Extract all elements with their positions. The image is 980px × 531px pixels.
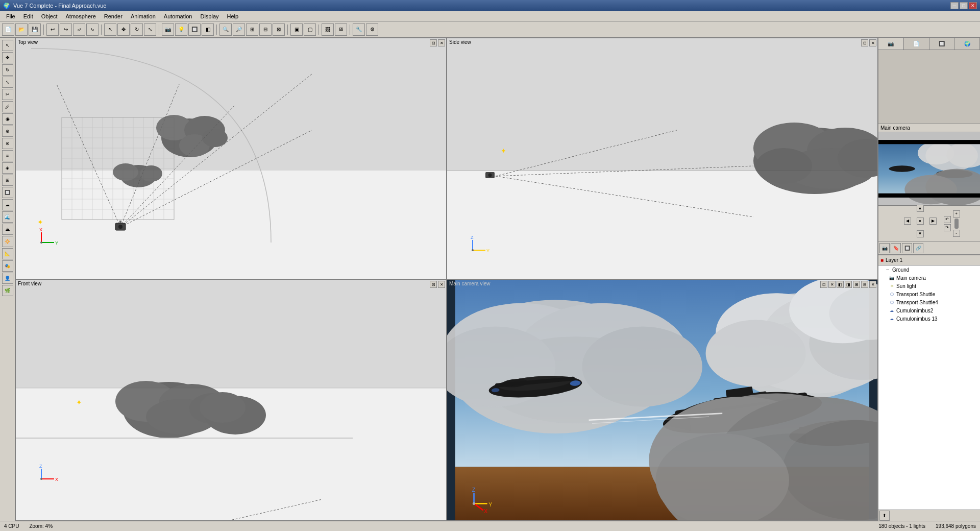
rp-tab-world[interactable]: 🌍	[954, 38, 980, 50]
rotate-btn[interactable]: ↻	[131, 23, 143, 36]
camera-btn[interactable]: 📷	[162, 23, 174, 36]
vp-camera-btn4[interactable]: ◨	[845, 281, 852, 288]
left-select-btn[interactable]: ↖	[2, 40, 13, 51]
left-btn3[interactable]: ↻	[2, 64, 13, 76]
left-btn15[interactable]: 🌊	[2, 211, 13, 223]
left-btn14[interactable]: ☁	[2, 199, 13, 210]
scale-btn[interactable]: ⤡	[144, 23, 156, 36]
left-btn8[interactable]: ⊕	[2, 126, 13, 137]
tree-item-shuttle4[interactable]: ⬡ Transport Shuttle4	[878, 298, 980, 306]
btn7[interactable]: ⊞	[246, 23, 258, 36]
open-btn[interactable]: 📂	[15, 23, 28, 36]
vp-front-close[interactable]: ✕	[438, 281, 445, 288]
menu-render[interactable]: Render	[100, 12, 127, 20]
left-btn20[interactable]: 👤	[2, 273, 13, 284]
vp-camera-expand[interactable]: ⊡	[820, 281, 827, 288]
nav-up[interactable]: ▲	[917, 205, 924, 212]
rp-tab-layers[interactable]: 📄	[904, 38, 929, 50]
btn10[interactable]: ▢	[304, 23, 316, 36]
btn5[interactable]: 🔲	[188, 23, 201, 36]
vp-camera-btn6[interactable]: ⊟	[861, 281, 868, 288]
btn9[interactable]: ⊠	[273, 23, 285, 36]
vp-camera-btn3[interactable]: ◧	[837, 281, 844, 288]
left-btn16[interactable]: ⛰	[2, 224, 13, 235]
redo-btn[interactable]: ↪	[60, 23, 72, 36]
nav-right[interactable]: ▶	[929, 218, 937, 225]
btn3[interactable]: ⤾	[73, 23, 85, 36]
light-btn[interactable]: 💡	[175, 23, 187, 36]
tree-item-ground[interactable]: ─ Ground	[878, 266, 980, 274]
menu-atmosphere[interactable]: Atmosphere	[62, 12, 100, 20]
rp-btn3[interactable]: 🔲	[902, 243, 912, 253]
rp-btn1[interactable]: 📷	[879, 243, 890, 253]
left-btn7[interactable]: ◉	[2, 113, 13, 125]
left-btn21[interactable]: 🌿	[2, 285, 13, 296]
vp-front-expand[interactable]: ⊡	[430, 281, 437, 288]
new-btn[interactable]: 📄	[2, 23, 14, 36]
menu-help[interactable]: Help	[223, 12, 243, 20]
viewport-front[interactable]: Front view ⊡ ✕ ✦	[15, 279, 447, 521]
vp-side-close[interactable]: ✕	[869, 39, 876, 46]
tree-item-main-camera[interactable]: 📷 Main camera	[878, 274, 980, 282]
left-btn4[interactable]: ⤡	[2, 77, 13, 88]
left-btn6[interactable]: 🖊	[2, 101, 13, 112]
frame-btn[interactable]: ▣	[290, 23, 303, 36]
left-btn19[interactable]: 🎭	[2, 260, 13, 272]
left-btn5[interactable]: ✂	[2, 89, 13, 100]
vp-camera-close[interactable]: ✕	[828, 281, 836, 288]
btn8[interactable]: ⊟	[259, 23, 272, 36]
close-button[interactable]: ✕	[969, 2, 977, 9]
select-btn[interactable]: ↖	[104, 23, 116, 36]
tree-item-cumulo13[interactable]: ☁ Cumulonimbus 13	[878, 315, 980, 323]
nav-center[interactable]: ●	[917, 218, 924, 225]
zoom-in-btn[interactable]: 🔍	[219, 23, 232, 36]
left-btn12[interactable]: ⊞	[2, 175, 13, 186]
maximize-button[interactable]: □	[960, 2, 968, 9]
btn12[interactable]: 🔧	[353, 23, 365, 36]
tree-item-shuttle1[interactable]: ⬡ Transport Shuttle	[878, 290, 980, 298]
menu-animation[interactable]: Animation	[127, 12, 160, 20]
camera-preview-canvas[interactable]	[878, 132, 980, 205]
nav-rotate-left[interactable]: ↶	[944, 216, 951, 223]
left-btn17[interactable]: 🔆	[2, 236, 13, 247]
rp-tab-camera[interactable]: 📷	[878, 38, 904, 50]
menu-display[interactable]: Display	[196, 12, 223, 20]
btn4[interactable]: ⤿	[86, 23, 99, 36]
btn13[interactable]: ⚙	[366, 23, 378, 36]
left-btn18[interactable]: 📐	[2, 248, 13, 259]
vp-camera-btn7[interactable]: ✕	[869, 281, 876, 288]
vp-side-expand[interactable]: ⊡	[861, 39, 868, 46]
zoom-slider[interactable]	[954, 219, 959, 229]
left-btn13[interactable]: 🔲	[2, 187, 13, 198]
left-btn10[interactable]: ≡	[2, 150, 13, 161]
nav-down[interactable]: ▼	[917, 230, 924, 237]
nav-zoom-in[interactable]: +	[953, 210, 960, 218]
vp-top-expand[interactable]: ⊡	[430, 39, 437, 46]
nav-zoom-out[interactable]: -	[953, 230, 960, 237]
menu-file[interactable]: File	[2, 12, 19, 20]
undo-btn[interactable]: ↩	[46, 23, 59, 36]
left-btn9[interactable]: ⊗	[2, 138, 13, 149]
btn11[interactable]: 🖥	[335, 23, 347, 36]
zoom-out-btn[interactable]: 🔎	[233, 23, 245, 36]
minimize-button[interactable]: ─	[950, 2, 959, 9]
left-btn2[interactable]: ✥	[2, 52, 13, 63]
rp-btn2[interactable]: 🔖	[891, 243, 901, 253]
tree-item-sun-light[interactable]: ☀ Sun light	[878, 282, 980, 290]
tree-item-cumulo2[interactable]: ☁ Cumulonimbus2	[878, 306, 980, 315]
render-btn[interactable]: 🖼	[322, 23, 334, 36]
rp-btn4[interactable]: 🔗	[913, 243, 923, 253]
move-btn[interactable]: ✥	[117, 23, 130, 36]
viewport-camera[interactable]: Main camera view ⊡ ✕ ◧ ◨ ⊞ ⊟ ✕	[447, 279, 878, 521]
rp-tab-objects[interactable]: 🔲	[929, 38, 955, 50]
vp-camera-btn5[interactable]: ⊞	[853, 281, 860, 288]
btn6[interactable]: ◧	[202, 23, 214, 36]
viewport-side[interactable]: Side view ⊡ ✕ ✦	[447, 38, 878, 279]
nav-left[interactable]: ◀	[904, 218, 911, 225]
rp-bottom-btn1[interactable]: ⬆	[879, 511, 890, 521]
vp-top-close[interactable]: ✕	[438, 39, 445, 46]
menu-edit[interactable]: Edit	[19, 12, 37, 20]
save-btn[interactable]: 💾	[29, 23, 41, 36]
menu-automation[interactable]: Automation	[160, 12, 197, 20]
menu-object[interactable]: Object	[37, 12, 62, 20]
